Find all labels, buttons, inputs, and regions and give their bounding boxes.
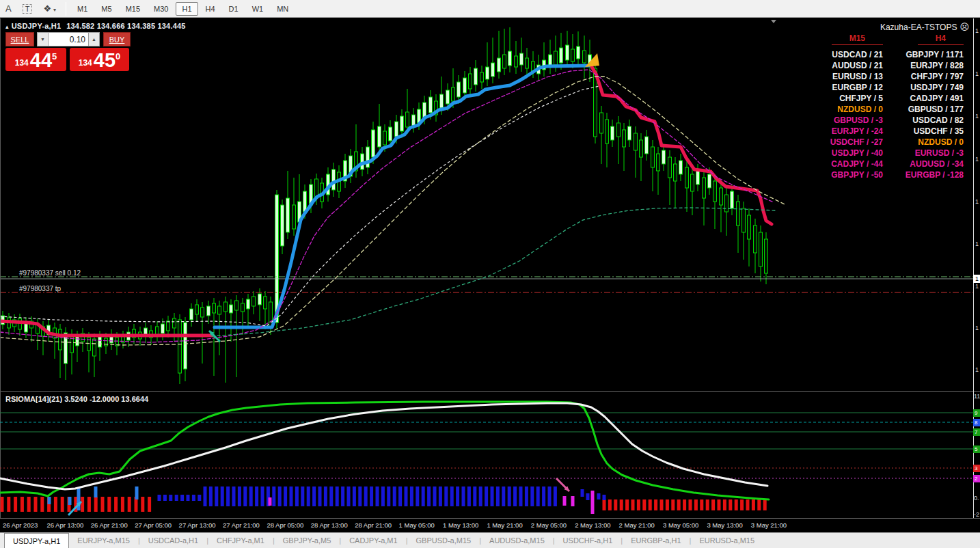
watchlist-row: GBPUSD / 177 — [888, 104, 964, 115]
rsioma-line — [0, 402, 769, 499]
watchlist-row: EURJPY / 828 — [888, 60, 964, 71]
time-axis-label: 1 May 21:00 — [487, 521, 522, 529]
buy-button-label: BUY — [109, 36, 125, 44]
time-axis-label: 27 Apr 05:00 — [135, 521, 172, 529]
watchlist-row: USDJPY / -40 — [787, 148, 883, 159]
ma-magenta-dashed — [0, 70, 774, 342]
chart-tabs-bar: USDJPY-a,H1EURJPY-a,M15|USDCAD-a,H1|CHFJ… — [0, 532, 980, 548]
time-axis-label: 28 Apr 05:00 — [267, 521, 303, 529]
chart-tab-eurusd-a-m15[interactable]: EURUSD-a,M15 — [691, 533, 763, 548]
chart-tab-gbpusd-a-m15[interactable]: GBPUSD-a,M15 — [408, 533, 480, 548]
watchlist-row: EURGBP / 12 — [787, 82, 883, 93]
price-tick-label: 1 — [975, 366, 979, 373]
time-axis-label: 26 Apr 13:00 — [46, 521, 83, 529]
bid-price-box[interactable]: 134445 — [5, 48, 66, 71]
watchlist-row: GBPJPY / 1171 — [888, 49, 964, 60]
ask-price-pip: 0 — [115, 51, 120, 61]
watchlist-row: CHFJPY / 797 — [888, 71, 964, 82]
watchlist-row: USDCHF / -27 — [787, 137, 883, 148]
autoscroll-marker — [771, 20, 776, 23]
indicator-level-badge: 7 — [973, 428, 980, 436]
time-axis-label: 28 Apr 21:00 — [355, 521, 392, 529]
indicator-level-badge: 9 — [973, 409, 980, 417]
bid-price-main: 44 — [30, 51, 52, 70]
time-axis-label: 2 May 13:00 — [575, 521, 610, 529]
ohlc-values: 134.582 134.666 134.385 134.445 — [66, 22, 185, 30]
bid-price-prefix: 134 — [15, 58, 29, 68]
chart-tab-cadjpy-a-m1[interactable]: CADJPY-a,M1 — [341, 533, 406, 548]
chart-tab-usdjpy-a-h1[interactable]: USDJPY-a,H1 — [4, 533, 69, 548]
buy-button[interactable]: BUY — [103, 32, 131, 46]
time-axis-label: 2 May 05:00 — [531, 521, 567, 529]
price-tick-label: 1 — [975, 113, 979, 120]
lot-size-input[interactable] — [49, 32, 88, 46]
watchlist-row: EURUSD / -3 — [888, 148, 964, 159]
chart-title: ▴USDJPY-a,H1134.582 134.666 134.385 134.… — [5, 22, 186, 30]
watchlist-header-h4: H4 — [918, 33, 964, 45]
chart-tab-usdcad-a-h1[interactable]: USDCAD-a,H1 — [140, 533, 206, 548]
mt4-window: A T ❖▾ M1M5M15M30H1H4D1W1MN ▴USDJPY-a,H1… — [0, 0, 980, 548]
ea-face-icon: ☹ — [959, 22, 969, 32]
time-axis-label: 3 May 13:00 — [707, 521, 742, 529]
candlesticks — [1, 27, 768, 384]
rsioma-ma-line — [0, 403, 767, 489]
time-axis-label: 3 May 05:00 — [663, 521, 698, 529]
watchlist-row: CADJPY / 491 — [888, 93, 964, 104]
price-tick-label: 1 — [975, 27, 979, 34]
bid-price-pip: 5 — [52, 51, 57, 61]
chart-tab-usdchf-a-h1[interactable]: USDCHF-a,H1 — [555, 533, 621, 548]
indicator-level-badge: 8 — [973, 419, 980, 426]
time-axis-label: 1 May 05:00 — [399, 521, 435, 529]
lot-decrease-button[interactable]: ▼ — [37, 32, 49, 46]
time-axis[interactable]: 26 Apr 202326 Apr 13:0026 Apr 21:0027 Ap… — [0, 519, 980, 532]
chart-tab-chfjpy-a-m1[interactable]: CHFJPY-a,M1 — [208, 533, 273, 548]
watchlist-row: AUDUSD / -34 — [888, 159, 964, 169]
watchlist-column-h4: H4GBPJPY / 1171EURJPY / 828CHFJPY / 797U… — [888, 33, 964, 180]
order-tp-line-label: #97980337 tp — [19, 285, 61, 292]
watchlist-row: NZDUSD / 0 — [787, 104, 883, 115]
time-axis-label: 27 Apr 13:00 — [179, 521, 216, 529]
time-axis-label: 26 Apr 2023 — [3, 521, 38, 529]
time-axis-label: 1 May 13:00 — [443, 521, 478, 529]
chart-tab-eurgbp-a-h1[interactable]: EURGBP-a,H1 — [623, 533, 689, 548]
ask-price-prefix: 134 — [79, 58, 92, 68]
watchlist-row: USDCAD / 82 — [888, 115, 964, 126]
indicator-histogram — [1, 487, 767, 514]
lot-increase-button[interactable]: ▲ — [88, 32, 100, 46]
indicator-level-badge: 5 — [973, 446, 980, 453]
ask-price-main: 45 — [94, 51, 115, 70]
ma-green-dashed — [212, 208, 775, 336]
watchlist-row: AUDUSD / 21 — [787, 60, 883, 71]
indicator-level-badge: 2 — [973, 475, 980, 482]
watchlist-header-m15: M15 — [832, 33, 883, 45]
chart-tab-audusd-a-m15[interactable]: AUDUSD-a,M15 — [481, 533, 553, 548]
indicator-title: RSIOMA[14](21) 3.5240 -12.0000 13.6644 — [5, 395, 148, 403]
sell-signal-arrow — [585, 53, 599, 67]
sell-button-label: SELL — [11, 36, 29, 44]
watchlist-row: USDJPY / 749 — [888, 82, 964, 93]
time-axis-label: 27 Apr 21:00 — [223, 521, 260, 529]
price-tick-label: 1 — [975, 70, 979, 77]
chart-tab-gbpjpy-a-m5[interactable]: GBPJPY-a,M5 — [275, 533, 340, 548]
ea-name-label: Kazuha-EA-TSTOPS☹ — [880, 22, 969, 32]
watchlist-row: GBPUSD / -3 — [787, 115, 883, 126]
order-sell-line-label: #97980337 sell 0.12 — [19, 269, 81, 277]
price-tick-label: 1 — [975, 325, 979, 331]
ask-price-box[interactable]: 134450 — [70, 48, 129, 71]
watchlist-row: EURUSD / 13 — [787, 71, 883, 82]
watchlist-row: USDCHF / 35 — [888, 126, 964, 137]
ea-name-text: Kazuha-EA-TSTOPS — [880, 23, 957, 32]
current-price-marker: 1 — [973, 275, 980, 283]
indicator-scale-label: 0. — [974, 495, 979, 502]
watchlist-row: USDCAD / 21 — [787, 49, 883, 60]
indicator-level-badge: 3 — [973, 465, 980, 472]
one-click-trade-panel: SELL ▼ ▲ BUY 134445 134450 — [5, 32, 135, 71]
symbol-triangle-icon: ▴ — [5, 23, 9, 30]
ma-yellow-dashed — [0, 77, 786, 345]
chart-tab-eurjpy-a-m15[interactable]: EURJPY-a,M15 — [69, 533, 138, 548]
price-tick-label: 1 — [975, 198, 979, 205]
watchlist-row: EURJPY / -24 — [787, 126, 883, 137]
watchlist-row: CADJPY / -44 — [787, 159, 883, 169]
sell-button[interactable]: SELL — [5, 32, 34, 46]
time-axis-label: 3 May 21:00 — [751, 521, 787, 529]
